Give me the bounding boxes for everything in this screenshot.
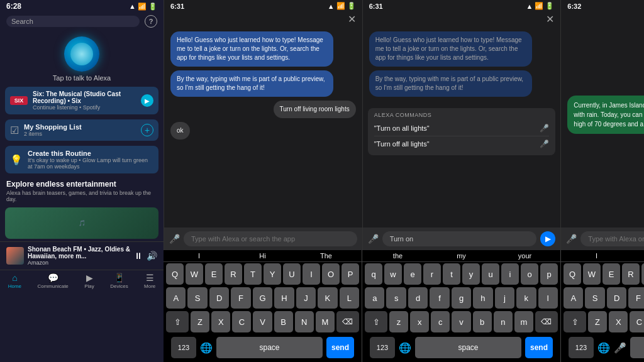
nav-home[interactable]: ⌂ Home [8,273,21,289]
key-s-1[interactable]: S [187,287,207,309]
nav-communicate[interactable]: 💬 Communicate [37,273,68,289]
key-p-2[interactable]: p [540,263,558,285]
key-g-1[interactable]: G [253,287,272,309]
mic-icon-2[interactable]: 🎤 [169,234,180,244]
delete-key-1[interactable]: ⌫ [336,311,359,332]
key-y-2[interactable]: y [462,263,480,285]
nav-devices[interactable]: 📱 Devices [110,273,128,289]
nav-play[interactable]: ▶ Play [84,273,94,289]
suggestion-2-2[interactable]: my [430,252,493,260]
globe-icon-2[interactable]: 🌐 [399,342,411,354]
suggestion-1-1[interactable]: I [167,252,231,260]
key-k-1[interactable]: K [318,287,337,309]
key-z-3[interactable]: Z [588,311,607,332]
key-h-2[interactable]: h [473,287,492,309]
key-i-1[interactable]: I [303,263,320,285]
key-p-1[interactable]: P [341,263,359,285]
key-n-2[interactable]: n [494,311,513,332]
key-e-1[interactable]: E [205,263,223,285]
key-123-1[interactable]: 123 [171,337,196,358]
key-r-3[interactable]: R [622,263,640,285]
mic-icon-3[interactable]: 🎤 [368,234,379,244]
command-2[interactable]: "Turn off all lights" 🎤 [374,136,550,151]
shift-key-1[interactable]: ⇧ [166,311,189,332]
key-c-3[interactable]: C [630,311,644,332]
key-o-1[interactable]: O [322,263,340,285]
key-r-2[interactable]: r [423,263,441,285]
chat-input-4[interactable] [580,231,644,246]
music-card[interactable]: SIX Six: The Musical (Studio Cast Record… [5,87,158,114]
key-x-1[interactable]: X [211,311,230,332]
key-z-1[interactable]: Z [191,311,209,332]
key-l-1[interactable]: L [340,287,359,309]
key-w-2[interactable]: w [384,263,402,285]
key-c-2[interactable]: c [431,311,450,332]
chat-input-2[interactable] [184,231,357,246]
globe-icon-3[interactable]: 🌐 [597,342,610,354]
key-u-1[interactable]: U [283,263,301,285]
key-a-2[interactable]: a [365,287,384,309]
key-e-2[interactable]: e [404,263,421,285]
mic-icon-4[interactable]: 🎤 [566,234,577,244]
key-t-3[interactable]: T [641,263,644,285]
key-m-2[interactable]: m [514,311,533,332]
delete-key-2[interactable]: ⌫ [535,311,558,332]
key-q-1[interactable]: Q [166,263,184,285]
key-h-1[interactable]: H [274,287,294,309]
key-123-2[interactable]: 123 [370,337,395,358]
key-g-2[interactable]: g [452,287,471,309]
key-a-1[interactable]: A [166,287,186,309]
key-r-1[interactable]: R [225,263,242,285]
alexa-ring[interactable] [64,36,99,72]
key-d-1[interactable]: D [209,287,229,309]
key-f-2[interactable]: f [430,287,449,309]
space-key-2[interactable]: space [415,337,521,358]
suggestion-1-3[interactable]: The [294,252,358,260]
key-j-2[interactable]: j [495,287,514,309]
chat-input-3[interactable] [382,231,537,246]
key-v-1[interactable]: V [253,311,272,332]
key-q-3[interactable]: Q [564,263,581,285]
volume-button[interactable]: 🔊 [147,251,157,261]
key-f-3[interactable]: F [628,287,644,309]
search-bar[interactable]: Search [6,16,140,27]
routine-card[interactable]: 💡 Create this Routine It's okay to wake … [5,146,158,173]
key-w-1[interactable]: W [186,263,203,285]
key-z-2[interactable]: z [389,311,408,332]
send-button-3[interactable]: ▶ [540,231,555,246]
suggestion-2-1[interactable]: the [366,252,430,260]
command-1[interactable]: "Turn on all lights" 🎤 [374,121,550,136]
nav-more[interactable]: ☰ More [144,273,155,289]
key-i-2[interactable]: i [501,263,519,285]
key-x-3[interactable]: X [609,311,628,332]
shift-key-3[interactable]: ⇧ [564,311,586,332]
key-b-1[interactable]: B [274,311,293,332]
key-m-1[interactable]: M [316,311,335,332]
send-key-1[interactable]: send [326,337,354,358]
space-key-3[interactable]: space [630,337,644,358]
close-button-2[interactable]: ✕ [348,13,356,25]
space-key-1[interactable]: space [216,337,323,358]
suggestion-3-1[interactable]: I [565,252,628,260]
key-t-2[interactable]: t [443,263,460,285]
pause-button[interactable]: ⏸ [134,251,143,261]
key-s-3[interactable]: S [585,287,604,309]
key-w-3[interactable]: W [583,263,601,285]
key-d-2[interactable]: d [408,287,428,309]
key-x-2[interactable]: x [410,311,429,332]
key-b-2[interactable]: b [473,311,492,332]
key-a-3[interactable]: A [564,287,583,309]
help-button[interactable]: ? [145,15,157,28]
shopping-list-card[interactable]: ☑ My Shopping List 2 items + [5,119,158,141]
add-to-list-button[interactable]: + [141,124,153,136]
suggestion-2-3[interactable]: your [493,252,557,260]
key-l-2[interactable]: l [538,287,558,309]
shift-key-2[interactable]: ⇧ [365,311,387,332]
key-123-3[interactable]: 123 [569,337,594,358]
key-o-2[interactable]: o [521,263,538,285]
key-v-2[interactable]: v [452,311,470,332]
key-y-1[interactable]: Y [264,263,281,285]
globe-icon-1[interactable]: 🌐 [200,342,213,354]
play-button[interactable]: ▶ [141,94,153,107]
key-t-1[interactable]: T [244,263,262,285]
